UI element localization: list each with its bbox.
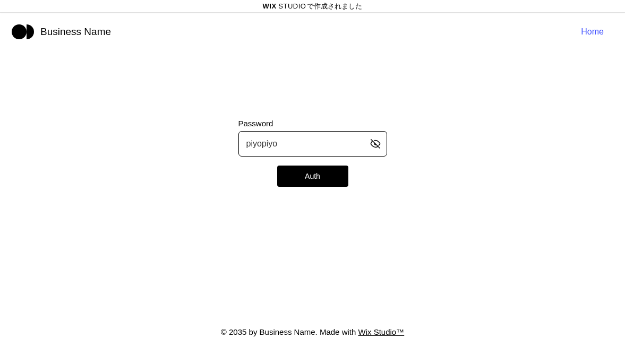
eye-off-icon[interactable] bbox=[369, 137, 382, 150]
banner-tail: で作成されました bbox=[307, 2, 362, 11]
footer-text: © 2035 by Business Name. Made with bbox=[221, 327, 358, 336]
wix-studio-banner[interactable]: WIX STUDIO で作成されました bbox=[0, 0, 625, 13]
brand-name: Business Name bbox=[40, 26, 111, 38]
studio-text: STUDIO bbox=[278, 2, 306, 10]
site-header: Business Name Home bbox=[0, 13, 625, 39]
auth-button[interactable]: Auth bbox=[277, 166, 348, 187]
password-input-wrap bbox=[238, 131, 387, 157]
password-form: Password Auth bbox=[238, 119, 387, 187]
main-content: Password Auth bbox=[0, 119, 625, 187]
brand-block[interactable]: Business Name bbox=[12, 24, 111, 39]
password-label: Password bbox=[238, 119, 387, 128]
nav-home-link[interactable]: Home bbox=[581, 27, 604, 37]
wix-text: WIX bbox=[263, 2, 277, 10]
site-footer: © 2035 by Business Name. Made with Wix S… bbox=[0, 327, 625, 336]
brand-logo-icon bbox=[12, 24, 34, 39]
password-input[interactable] bbox=[238, 131, 387, 157]
wix-studio-link[interactable]: Wix Studio™ bbox=[358, 327, 404, 336]
